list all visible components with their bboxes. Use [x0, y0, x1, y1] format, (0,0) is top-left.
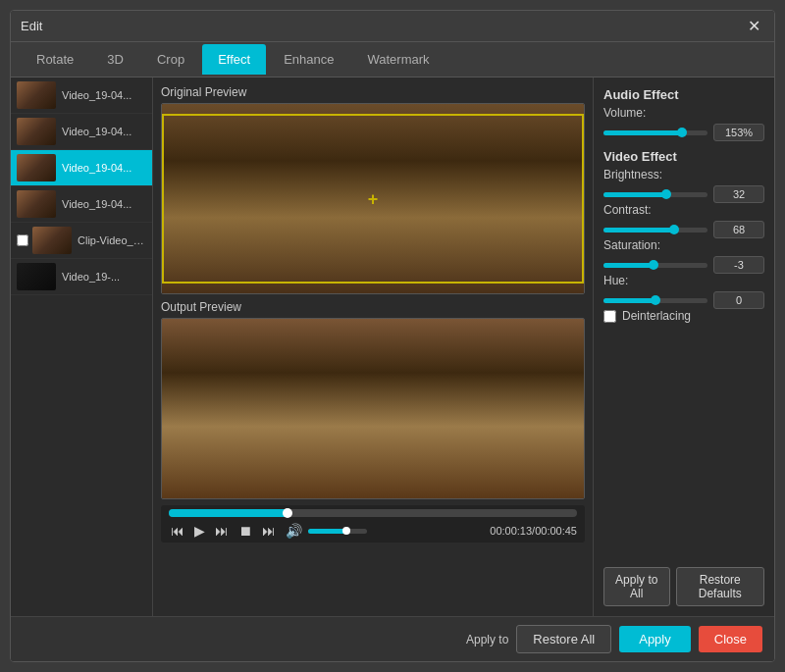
contrast-slider-row: 68 — [603, 221, 764, 238]
hue-input[interactable]: 0 — [713, 291, 764, 309]
contrast-slider[interactable] — [603, 228, 707, 233]
play-button[interactable]: ▶ — [192, 523, 207, 539]
saturation-slider[interactable] — [603, 263, 707, 268]
saturation-slider-handle[interactable] — [649, 260, 658, 270]
sidebar-label-4: Clip-Video_1... — [78, 234, 146, 246]
sidebar-checkbox-4[interactable] — [17, 234, 28, 246]
tab-watermark[interactable]: Watermark — [351, 44, 445, 75]
volume-slider-handle[interactable] — [677, 128, 687, 137]
restore-defaults-button[interactable]: Restore Defaults — [676, 567, 765, 606]
hue-slider-handle[interactable] — [651, 295, 660, 305]
sidebar-label-5: Video_19-... — [62, 271, 120, 283]
progress-fill — [169, 509, 288, 517]
window-close-button[interactable]: ✕ — [744, 17, 764, 35]
preview-section: Original Preview + Output Preview — [161, 85, 585, 608]
edit-window: Edit ✕ Rotate 3D Crop Effect Enhance Wat… — [10, 10, 775, 662]
sidebar-item-5[interactable]: Video_19-... — [11, 259, 152, 295]
apply-area: Apply to All Restore Defaults — [603, 567, 764, 606]
restore-all-button[interactable]: Restore All — [516, 625, 611, 653]
deinterlace-label: Deinterlacing — [622, 309, 691, 323]
window-title: Edit — [21, 19, 42, 33]
playback-controls: ⏮ ▶ ⏭ ⏹ ⏭ 🔊 00:00:13 — [161, 505, 585, 543]
audio-section-title: Audio Effect — [603, 87, 764, 102]
tab-3d[interactable]: 3D — [91, 44, 139, 75]
main-panel: Original Preview + Output Preview — [153, 78, 593, 616]
video-section-title: Video Effect — [603, 149, 764, 164]
tab-bar: Rotate 3D Crop Effect Enhance Watermark — [11, 42, 774, 78]
brightness-slider-row: 32 — [603, 185, 764, 203]
volume-slider-fill — [603, 130, 682, 135]
time-display: 00:00:13/00:00:45 — [490, 525, 577, 537]
sidebar-label-0: Video_19-04... — [62, 89, 131, 101]
sidebar-item-1[interactable]: Video_19-04... — [11, 114, 152, 150]
crosshair-icon: + — [368, 188, 379, 209]
skip-back-button[interactable]: ⏮ — [169, 523, 186, 539]
contrast-slider-fill — [603, 228, 674, 233]
saturation-slider-row: -3 — [603, 256, 764, 274]
content-area: Video_19-04... Video_19-04... Video_19-0… — [11, 78, 774, 616]
sidebar-item-0[interactable]: Video_19-04... — [11, 78, 152, 114]
tab-crop[interactable]: Crop — [141, 44, 200, 75]
volume-handle[interactable] — [342, 527, 350, 535]
close-button[interactable]: Close — [699, 626, 762, 652]
brightness-row: Brightness: 32 — [603, 168, 764, 203]
sidebar-item-3[interactable]: Video_19-04... — [11, 186, 152, 223]
brightness-label: Brightness: — [603, 168, 764, 181]
progress-handle[interactable] — [283, 508, 292, 518]
stop-button[interactable]: ⏹ — [236, 523, 254, 539]
contrast-input[interactable]: 68 — [713, 221, 764, 238]
title-bar: Edit ✕ — [11, 11, 774, 42]
sidebar-label-2: Video_19-04... — [62, 162, 131, 174]
controls-row: ⏮ ▶ ⏭ ⏹ ⏭ 🔊 00:00:13 — [169, 523, 577, 539]
saturation-label: Saturation: — [603, 238, 764, 252]
hue-row: Hue: 0 — [603, 274, 764, 309]
right-panel: Audio Effect Volume: 153% Video Effect — [593, 78, 774, 616]
apply-to-all-button[interactable]: Apply to All — [603, 567, 670, 606]
hue-label: Hue: — [603, 274, 764, 287]
volume-input[interactable]: 153% — [713, 124, 764, 141]
original-preview-label: Original Preview — [161, 85, 585, 99]
volume-container: 🔊 — [284, 523, 367, 539]
saturation-row: Saturation: -3 — [603, 238, 764, 274]
tab-enhance[interactable]: Enhance — [268, 44, 349, 75]
apply-to-label: Apply to — [466, 633, 508, 646]
apply-button[interactable]: Apply — [619, 626, 691, 652]
volume-icon: 🔊 — [284, 523, 304, 539]
contrast-slider-handle[interactable] — [669, 225, 679, 234]
hue-slider-fill — [603, 298, 655, 303]
brightness-slider-handle[interactable] — [661, 189, 671, 199]
time-total: 00:00:45 — [535, 525, 577, 537]
progress-bar[interactable] — [169, 509, 577, 517]
volume-slider-row: 153% — [603, 124, 764, 141]
sidebar-label-3: Video_19-04... — [62, 198, 131, 210]
saturation-input[interactable]: -3 — [713, 256, 764, 274]
saturation-slider-fill — [603, 263, 654, 268]
output-preview-label: Output Preview — [161, 300, 585, 314]
tab-rotate[interactable]: Rotate — [21, 44, 89, 75]
tab-effect[interactable]: Effect — [202, 44, 266, 75]
skip-end-button[interactable]: ⏭ — [260, 523, 278, 539]
sidebar-thumb-2 — [17, 154, 56, 181]
contrast-label: Contrast: — [603, 203, 764, 217]
audio-effect-section: Audio Effect Volume: 153% — [603, 87, 764, 141]
time-current: 00:00:13 — [490, 525, 532, 537]
skip-forward-button[interactable]: ⏭ — [213, 523, 231, 539]
volume-slider[interactable] — [603, 130, 707, 135]
brightness-slider[interactable] — [603, 192, 707, 197]
sidebar-item-2[interactable]: Video_19-04... — [11, 150, 152, 186]
volume-bar[interactable] — [308, 529, 367, 534]
sidebar: Video_19-04... Video_19-04... Video_19-0… — [11, 78, 153, 616]
contrast-row: Contrast: 68 — [603, 203, 764, 238]
hue-slider[interactable] — [603, 298, 707, 303]
apply-buttons: Apply to All Restore Defaults — [603, 567, 764, 606]
deinterlace-checkbox[interactable] — [603, 310, 616, 323]
original-video-frame: + — [162, 104, 584, 293]
original-preview-video: + — [161, 103, 585, 294]
sidebar-thumb-5 — [17, 263, 56, 290]
sidebar-label-1: Video_19-04... — [62, 126, 131, 137]
deinterlace-row: Deinterlacing — [603, 309, 764, 323]
brightness-slider-fill — [603, 192, 666, 197]
brightness-input[interactable]: 32 — [713, 185, 764, 203]
sidebar-thumb-1 — [17, 118, 56, 145]
sidebar-item-4[interactable]: Clip-Video_1... — [11, 223, 152, 259]
